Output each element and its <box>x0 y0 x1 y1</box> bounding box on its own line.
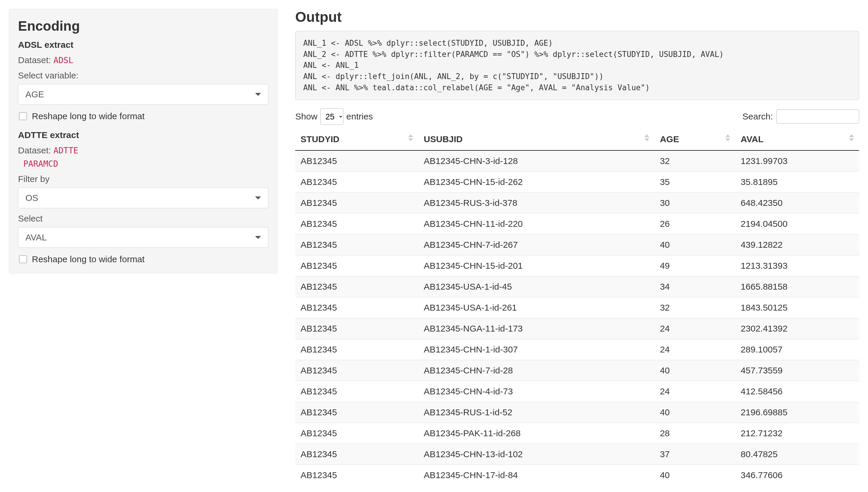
adsl-select-variable[interactable]: AGE <box>18 84 268 105</box>
cell-age: 40 <box>655 402 735 423</box>
cell-age: 24 <box>655 339 735 360</box>
encoding-panel: Encoding ADSL extract Dataset: ADSL Sele… <box>9 9 278 273</box>
cell-usubjid: AB12345-CHN-15-id-201 <box>418 255 655 276</box>
search-input[interactable] <box>776 109 859 124</box>
table-row: AB12345AB12345-USA-1-id-45341665.88158 <box>295 276 859 297</box>
cell-studyid: AB12345 <box>295 339 418 360</box>
table-row: AB12345AB12345-CHN-7-id-26740439.12822 <box>295 235 859 255</box>
output-table: STUDYIDUSUBJIDAGEAVAL AB12345AB12345-CHN… <box>295 130 859 486</box>
cell-usubjid: AB12345-NGA-11-id-173 <box>418 318 655 339</box>
caret-down-icon <box>255 93 261 96</box>
search-label: Search: <box>743 112 773 122</box>
cell-usubjid: AB12345-CHN-4-id-73 <box>418 381 655 402</box>
cell-usubjid: AB12345-USA-1-id-261 <box>418 297 655 318</box>
table-row: AB12345AB12345-CHN-17-id-8440346.77606 <box>295 465 859 486</box>
adtte-dataset-row: Dataset: ADTTE <box>18 145 268 155</box>
adsl-select-variable-value: AGE <box>25 89 44 99</box>
adtte-dataset-label: Dataset: <box>18 145 51 155</box>
cell-studyid: AB12345 <box>295 255 418 276</box>
cell-studyid: AB12345 <box>295 172 418 193</box>
cell-usubjid: AB12345-CHN-17-id-84 <box>418 465 655 486</box>
cell-aval: 412.58456 <box>735 381 859 402</box>
adtte-paramcd-chip: PARAMCD <box>18 159 268 169</box>
column-header-studyid[interactable]: STUDYID <box>295 130 418 150</box>
cell-age: 49 <box>655 255 735 276</box>
cell-usubjid: AB12345-RUS-3-id-378 <box>418 193 655 214</box>
cell-age: 35 <box>655 172 735 193</box>
cell-studyid: AB12345 <box>295 360 418 381</box>
show-entries-post: entries <box>346 112 373 122</box>
column-header-age[interactable]: AGE <box>655 130 735 150</box>
cell-usubjid: AB12345-CHN-7-id-267 <box>418 235 655 255</box>
adtte-reshape-checkbox[interactable] <box>19 255 27 263</box>
cell-usubjid: AB12345-CHN-1-id-307 <box>418 339 655 360</box>
adsl-reshape-checkbox-row[interactable]: Reshape long to wide format <box>18 111 268 121</box>
table-row: AB12345AB12345-CHN-7-id-2840457.73559 <box>295 360 859 381</box>
cell-studyid: AB12345 <box>295 235 418 255</box>
adsl-section-label: ADSL extract <box>18 40 268 50</box>
cell-usubjid: AB12345-RUS-1-id-52 <box>418 402 655 423</box>
output-title: Output <box>295 9 859 25</box>
cell-aval: 80.47825 <box>735 444 859 465</box>
cell-aval: 289.10057 <box>735 339 859 360</box>
cell-aval: 1213.31393 <box>735 255 859 276</box>
cell-age: 24 <box>655 381 735 402</box>
column-header-aval[interactable]: AVAL <box>735 130 859 150</box>
cell-studyid: AB12345 <box>295 444 418 465</box>
table-row: AB12345AB12345-PAK-11-id-26828212.71232 <box>295 423 859 444</box>
cell-studyid: AB12345 <box>295 276 418 297</box>
table-row: AB12345AB12345-NGA-11-id-173242302.41392 <box>295 318 859 339</box>
adtte-select-value: AVAL <box>25 232 47 243</box>
cell-age: 28 <box>655 423 735 444</box>
cell-usubjid: AB12345-CHN-11-id-220 <box>418 214 655 235</box>
adtte-select[interactable]: AVAL <box>18 227 268 248</box>
adtte-filter-by-value: OS <box>25 193 38 203</box>
table-row: AB12345AB12345-CHN-13-id-1023780.47825 <box>295 444 859 465</box>
cell-aval: 2194.04500 <box>735 214 859 235</box>
cell-usubjid: AB12345-CHN-7-id-28 <box>418 360 655 381</box>
cell-studyid: AB12345 <box>295 381 418 402</box>
cell-usubjid: AB12345-CHN-15-id-262 <box>418 172 655 193</box>
caret-down-icon <box>255 236 261 239</box>
adtte-select-label: Select <box>18 214 268 224</box>
cell-usubjid: AB12345-PAK-11-id-268 <box>418 423 655 444</box>
cell-studyid: AB12345 <box>295 402 418 423</box>
cell-age: 37 <box>655 444 735 465</box>
caret-down-icon <box>255 196 261 199</box>
cell-aval: 346.77606 <box>735 465 859 486</box>
show-entries-select[interactable]: 25 <box>320 108 343 125</box>
table-row: AB12345AB12345-USA-1-id-261321843.50125 <box>295 297 859 318</box>
code-block: ANL_1 <- ADSL %>% dplyr::select(STUDYID,… <box>295 31 859 100</box>
cell-studyid: AB12345 <box>295 318 418 339</box>
cell-aval: 212.71232 <box>735 423 859 444</box>
adtte-reshape-label: Reshape long to wide format <box>32 254 145 264</box>
output-panel: Output ANL_1 <- ADSL %>% dplyr::select(S… <box>295 9 859 486</box>
cell-age: 32 <box>655 297 735 318</box>
adsl-dataset-value: ADSL <box>53 55 73 65</box>
adtte-section-label: ADTTE extract <box>18 130 268 140</box>
show-entries-pre: Show <box>295 112 318 122</box>
cell-aval: 1231.99703 <box>735 150 859 172</box>
adtte-filter-by-select[interactable]: OS <box>18 188 268 208</box>
cell-aval: 457.73559 <box>735 360 859 381</box>
sort-icon <box>408 134 413 141</box>
table-row: AB12345AB12345-RUS-3-id-37830648.42350 <box>295 193 859 214</box>
adsl-reshape-checkbox[interactable] <box>19 113 27 120</box>
cell-aval: 35.81895 <box>735 172 859 193</box>
encoding-title: Encoding <box>18 18 268 34</box>
cell-age: 26 <box>655 214 735 235</box>
adtte-reshape-checkbox-row[interactable]: Reshape long to wide format <box>18 254 268 264</box>
cell-aval: 2196.69885 <box>735 402 859 423</box>
cell-age: 32 <box>655 150 735 172</box>
cell-aval: 2302.41392 <box>735 318 859 339</box>
cell-age: 40 <box>655 235 735 255</box>
column-header-usubjid[interactable]: USUBJID <box>418 130 655 150</box>
adsl-dataset-label: Dataset: <box>18 55 51 65</box>
cell-aval: 1665.88158 <box>735 276 859 297</box>
cell-usubjid: AB12345-CHN-13-id-102 <box>418 444 655 465</box>
cell-aval: 439.12822 <box>735 235 859 255</box>
cell-studyid: AB12345 <box>295 297 418 318</box>
adsl-select-variable-label: Select variable: <box>18 71 268 80</box>
cell-usubjid: AB12345-USA-1-id-45 <box>418 276 655 297</box>
cell-studyid: AB12345 <box>295 214 418 235</box>
